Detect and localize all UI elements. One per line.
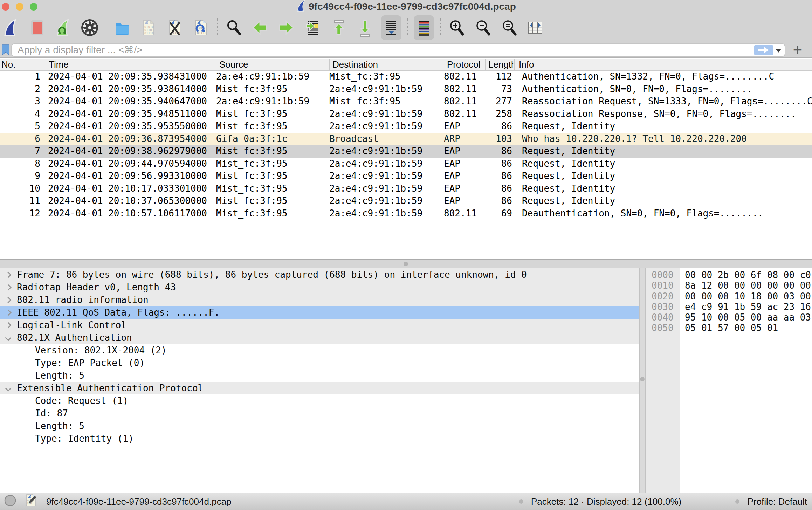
close-window-button[interactable] xyxy=(2,3,9,11)
packet-row[interactable]: 42024-04-01 20:09:35.948511000Mist_fc:3f… xyxy=(0,108,812,120)
toolbar-separator xyxy=(440,18,441,37)
restart-capture-button[interactable] xyxy=(53,15,74,40)
column-header-time[interactable]: Time xyxy=(46,59,216,70)
expander-chevron-icon[interactable] xyxy=(4,382,13,394)
traffic-lights xyxy=(2,3,37,11)
apply-filter-button[interactable] xyxy=(754,45,773,55)
hex-row[interactable]: 0030e4 c9 91 1b 59 ac 23 16 xyxy=(646,302,812,312)
packet-row[interactable]: 52024-04-01 20:09:35.953550000Mist_fc:3f… xyxy=(0,120,812,133)
detail-row[interactable]: Version: 802.1X-2004 (2) xyxy=(0,344,639,357)
auto-scroll-toggle[interactable] xyxy=(381,15,401,40)
arrow-down-bar-icon xyxy=(356,19,374,37)
display-filter-field xyxy=(11,43,785,57)
detail-row[interactable]: Frame 7: 86 bytes on wire (688 bits), 86… xyxy=(0,268,639,281)
save-file-icon: 010100110101110 xyxy=(139,19,158,37)
go-to-first-packet-button[interactable] xyxy=(329,15,349,40)
packet-row[interactable]: 22024-04-01 20:09:35.938614000Mist_fc:3f… xyxy=(0,83,812,96)
hex-row[interactable]: 002000 00 00 10 18 00 03 00 xyxy=(646,291,812,302)
packet-row[interactable]: 72024-04-01 20:09:38.962979000Mist_fc:3f… xyxy=(0,145,812,158)
column-header-source[interactable]: Source xyxy=(216,59,329,70)
window-title: 9fc49cc4-f09e-11ee-9799-cd3c97fc004d.pca… xyxy=(309,1,516,12)
detail-row[interactable]: 802.11 radio information xyxy=(0,294,639,306)
save-file-button[interactable]: 010100110101110 xyxy=(138,15,159,40)
detail-row[interactable]: Id: 87 xyxy=(0,407,639,420)
zoom-window-button[interactable] xyxy=(30,3,37,11)
packet-row[interactable]: 112024-04-01 20:10:37.065300000Mist_fc:3… xyxy=(0,195,812,207)
go-to-packet-button[interactable] xyxy=(302,15,323,40)
packet-row[interactable]: 92024-04-01 20:09:56.993310000Mist_fc:3f… xyxy=(0,170,812,182)
detail-row[interactable]: Extensible Authentication Protocol xyxy=(0,382,639,394)
zoom-out-icon xyxy=(474,19,492,37)
filter-bookmark-icon[interactable] xyxy=(1,44,10,57)
detail-row[interactable]: 802.1X Authentication xyxy=(0,331,639,344)
go-back-button[interactable] xyxy=(250,15,270,40)
packet-row[interactable]: 122024-04-01 20:10:57.106117000Mist_fc:3… xyxy=(0,207,812,220)
packet-row[interactable]: 32024-04-01 20:09:35.9406470002a:e4:c9:9… xyxy=(0,95,812,108)
column-header-no[interactable]: No. xyxy=(0,59,46,70)
detail-row[interactable]: Length: 5 xyxy=(0,420,639,432)
close-file-button[interactable]: 01110 xyxy=(165,15,185,40)
colorize-toggle[interactable] xyxy=(414,15,434,40)
status-left-group: 01010110 9fc49cc4-f09e-11ee-9799-cd3c97f… xyxy=(4,493,232,510)
vertical-splitter[interactable] xyxy=(639,268,646,493)
arrow-left-icon xyxy=(251,19,269,37)
horizontal-splitter[interactable] xyxy=(0,259,812,268)
display-filter-bar: + xyxy=(0,42,812,58)
minimize-window-button[interactable] xyxy=(16,3,23,11)
capture-comment-icon[interactable]: 01010110 xyxy=(25,494,38,510)
zoom-original-icon xyxy=(500,19,518,37)
column-header-destination[interactable]: Destination xyxy=(329,59,444,70)
detail-row[interactable]: Type: EAP Packet (0) xyxy=(0,357,639,369)
detail-row[interactable]: Type: Identity (1) xyxy=(0,432,639,445)
status-profile-group[interactable]: Profile: Default xyxy=(735,493,807,510)
stop-capture-button[interactable] xyxy=(27,15,47,40)
detail-row[interactable]: Length: 5 xyxy=(0,369,639,382)
column-header-info[interactable]: Info xyxy=(514,59,812,70)
hex-row[interactable]: 004095 10 00 05 00 aa aa 03 xyxy=(646,312,812,323)
wireshark-fin-icon xyxy=(296,0,305,13)
column-header-protocol[interactable]: Protocol xyxy=(444,59,485,70)
detail-row[interactable]: Radiotap Header v0, Length 43 xyxy=(0,281,639,294)
status-packet-counts: Packets: 12 · Displayed: 12 (100.0%) xyxy=(531,496,681,507)
start-capture-button[interactable] xyxy=(1,15,21,40)
packet-row[interactable]: 102024-04-01 20:10:17.033301000Mist_fc:3… xyxy=(0,182,812,195)
packet-row[interactable]: 82024-04-01 20:09:44.970594000Mist_fc:3f… xyxy=(0,158,812,170)
app-window: 9fc49cc4-f09e-11ee-9799-cd3c97fc004d.pca… xyxy=(0,0,812,510)
expander-chevron-icon[interactable] xyxy=(4,268,13,281)
detail-row[interactable]: Code: Request (1) xyxy=(0,394,639,407)
column-header-length[interactable]: Length xyxy=(485,59,514,70)
capture-options-button[interactable] xyxy=(80,15,100,40)
packet-row[interactable]: 12024-04-01 20:09:35.9384310002a:e4:c9:9… xyxy=(0,70,812,83)
expert-info-icon[interactable] xyxy=(4,495,16,509)
go-forward-button[interactable] xyxy=(276,15,296,40)
expander-chevron-icon[interactable] xyxy=(4,319,13,331)
filter-dropdown-chevron-icon[interactable] xyxy=(775,48,782,54)
add-filter-button[interactable]: + xyxy=(789,41,806,58)
expander-chevron-icon[interactable] xyxy=(4,281,13,294)
window-chrome: 9fc49cc4-f09e-11ee-9799-cd3c97fc004d.pca… xyxy=(0,0,812,58)
zoom-out-button[interactable] xyxy=(473,15,493,40)
find-packet-button[interactable] xyxy=(223,15,244,40)
expander-chevron-icon[interactable] xyxy=(4,331,13,344)
detail-row[interactable]: Logical-Link Control xyxy=(0,319,639,331)
detail-row[interactable]: IEEE 802.11 QoS Data, Flags: ......F. xyxy=(0,306,639,319)
zoom-original-button[interactable] xyxy=(499,15,519,40)
reload-file-button[interactable]: 101001110 xyxy=(191,15,211,40)
resize-columns-button[interactable] xyxy=(525,15,545,40)
display-filter-input[interactable] xyxy=(12,44,785,56)
expander-chevron-icon[interactable] xyxy=(4,306,13,319)
status-bar: 01010110 9fc49cc4-f09e-11ee-9799-cd3c97f… xyxy=(0,493,812,510)
gear-icon xyxy=(81,19,99,37)
expander-chevron-icon[interactable] xyxy=(4,294,13,306)
splitter-grip-icon xyxy=(640,377,645,381)
zoom-in-button[interactable] xyxy=(446,15,467,40)
go-to-last-packet-button[interactable] xyxy=(355,15,375,40)
packet-list-header: No. Time Source Destination Protocol Len… xyxy=(0,59,812,71)
open-file-button[interactable] xyxy=(112,15,132,40)
packet-rows: 12024-04-01 20:09:35.9384310002a:e4:c9:9… xyxy=(0,70,812,220)
hex-row[interactable]: 005005 01 57 00 05 01 xyxy=(646,323,812,333)
packet-row[interactable]: 62024-04-01 20:09:36.873954000Gifa_0a:3f… xyxy=(0,133,812,145)
status-packets-group: Packets: 12 · Displayed: 12 (100.0%) xyxy=(519,493,681,510)
hex-row[interactable]: 000000 00 2b 00 6f 08 00 c0 xyxy=(646,270,812,280)
hex-row[interactable]: 00108a 12 00 00 00 00 00 00 xyxy=(646,280,812,291)
